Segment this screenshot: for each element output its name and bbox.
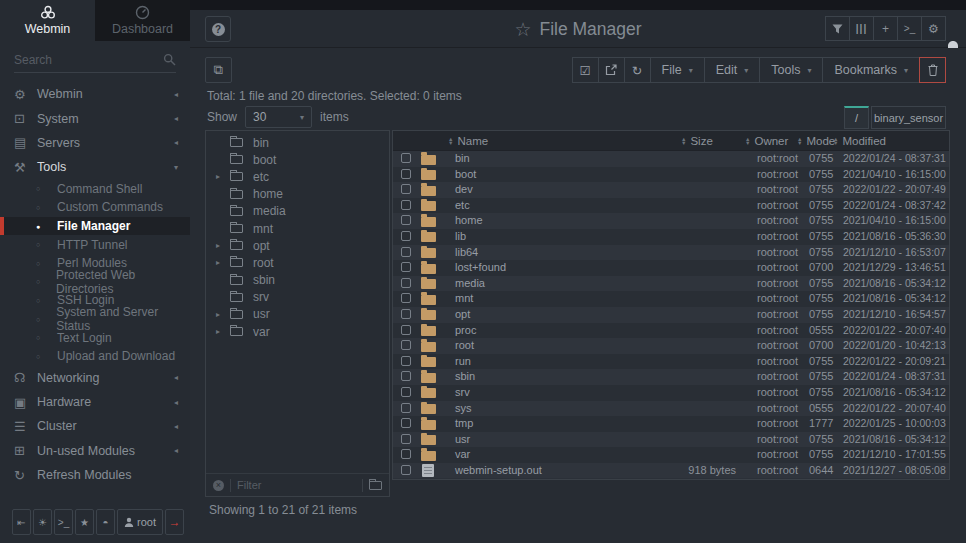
theme-button[interactable]: ☀ [33, 509, 52, 535]
row-checkbox[interactable] [401, 356, 411, 366]
table-row-srv[interactable]: srvroot:root07552021/08/16 - 05:34:12 [393, 385, 949, 401]
sidebar-item-upload-and-download[interactable]: ○Upload and Download [0, 347, 190, 366]
language-button[interactable]: ◓ [96, 509, 115, 535]
cell-name[interactable]: etc [455, 198, 470, 214]
table-row-sbin[interactable]: sbinroot:root07552022/01/24 - 08:37:31 [393, 369, 949, 385]
table-row-home[interactable]: homeroot:root07552021/04/10 - 16:15:00 [393, 213, 949, 229]
cell-name[interactable]: mnt [455, 291, 473, 307]
cell-name[interactable]: sbin [455, 369, 475, 385]
edit-menu-button[interactable]: Edit ▾ [704, 57, 761, 83]
select-all-button[interactable]: ☑ [572, 57, 599, 83]
row-checkbox[interactable] [401, 403, 411, 413]
table-row-lost-found[interactable]: lost+foundroot:root07002021/12/29 - 13:4… [393, 260, 949, 276]
tree-item-bin[interactable]: bin [206, 134, 389, 151]
row-checkbox[interactable] [401, 262, 411, 272]
row-checkbox[interactable] [401, 449, 411, 459]
cell-name[interactable]: run [455, 354, 471, 370]
row-checkbox[interactable] [401, 325, 411, 335]
tab-dashboard[interactable]: Dashboard [95, 0, 190, 41]
tree-filter-input[interactable] [237, 479, 356, 491]
add-button[interactable]: + [873, 16, 898, 41]
tree-item-root[interactable]: ▸root [206, 254, 389, 271]
row-checkbox[interactable] [401, 231, 411, 241]
cell-name[interactable]: home [455, 213, 483, 229]
table-row-var[interactable]: varroot:root07552021/12/10 - 17:01:55 [393, 447, 949, 463]
cell-name[interactable]: root [455, 338, 474, 354]
sidebar-category-cluster[interactable]: ☰Cluster◂ [0, 414, 190, 438]
clear-filter-icon[interactable]: × [213, 480, 224, 491]
row-checkbox[interactable] [401, 200, 411, 210]
cell-name[interactable]: bin [455, 151, 470, 167]
tree-item-etc[interactable]: ▸etc [206, 168, 389, 185]
tree-item-sbin[interactable]: sbin [206, 272, 389, 289]
tree-item-home[interactable]: home [206, 186, 389, 203]
sidebar-category-networking[interactable]: ☊Networking◂ [0, 366, 190, 390]
logout-button[interactable]: → [165, 509, 184, 535]
sidebar-item-http-tunnel[interactable]: ○HTTP Tunnel [0, 235, 190, 254]
tab-webmin[interactable]: Webmin [0, 0, 95, 41]
tree-item-usr[interactable]: ▸usr [206, 306, 389, 323]
row-checkbox[interactable] [401, 418, 411, 428]
table-row-opt[interactable]: optroot:root07552021/12/10 - 16:54:57 [393, 307, 949, 323]
cell-name[interactable]: opt [455, 307, 470, 323]
collapse-sidebar-button[interactable]: ⇤ [12, 509, 31, 535]
cell-name[interactable]: usr [455, 432, 470, 448]
tree-item-boot[interactable]: boot [206, 151, 389, 168]
cell-name[interactable]: lost+found [455, 260, 506, 276]
row-checkbox[interactable] [401, 387, 411, 397]
cell-name[interactable]: tmp [455, 416, 473, 432]
row-checkbox[interactable] [401, 278, 411, 288]
refresh-button[interactable]: ↻ [624, 57, 651, 83]
column-header-modified[interactable]: ▲▼Modified [833, 131, 886, 151]
table-row-run[interactable]: runroot:root07552022/01/22 - 20:09:21 [393, 354, 949, 370]
cell-name[interactable]: dev [455, 182, 473, 198]
sidebar-item-command-shell[interactable]: ○Command Shell [0, 180, 190, 199]
sidebar-item-system-and-server-status[interactable]: ○System and Server Status [0, 310, 190, 329]
sidebar-category-system[interactable]: ⊡System◂ [0, 106, 190, 130]
sidebar-item-protected-web-directories[interactable]: ○Protected Web Directories [0, 273, 190, 292]
row-checkbox[interactable] [401, 309, 411, 319]
cell-name[interactable]: boot [455, 167, 476, 183]
favorite-star-icon[interactable]: ☆ [514, 20, 531, 39]
table-row-media[interactable]: mediaroot:root07552021/08/16 - 05:34:12 [393, 276, 949, 292]
user-button[interactable]: root [117, 509, 163, 535]
row-checkbox[interactable] [401, 371, 411, 381]
favorites-button[interactable]: ★ [75, 509, 94, 535]
sidebar-category-un-used-modules[interactable]: ⊞Un-used Modules◂ [0, 439, 190, 463]
row-checkbox[interactable] [401, 169, 411, 179]
table-row-dev[interactable]: devroot:root07552022/01/22 - 20:07:49 [393, 182, 949, 198]
table-row-lib[interactable]: libroot:root07552021/08/16 - 05:36:30 [393, 229, 949, 245]
table-row-proc[interactable]: procroot:root05552022/01/22 - 20:07:40 [393, 323, 949, 339]
sidebar-category-refresh-modules[interactable]: ↻Refresh Modules [0, 463, 190, 487]
row-checkbox[interactable] [401, 293, 411, 303]
table-row-root[interactable]: rootroot:root07002022/01/20 - 10:42:13 [393, 338, 949, 354]
cell-name[interactable]: srv [455, 385, 470, 401]
sidebar-category-tools[interactable]: ⚒Tools▾ [0, 155, 190, 179]
table-row-sys[interactable]: sysroot:root05552022/01/22 - 20:07:40 [393, 401, 949, 417]
column-header-mode[interactable]: ▲▼Mode [797, 131, 835, 151]
table-row-bin[interactable]: binroot:root07552022/01/24 - 08:37:31 [393, 151, 949, 167]
table-row-boot[interactable]: bootroot:root07552021/04/10 - 16:15:00 [393, 167, 949, 183]
table-row-lib64[interactable]: lib64root:root07552021/12/10 - 16:53:07 [393, 245, 949, 261]
row-checkbox[interactable] [401, 215, 411, 225]
tree-item-opt[interactable]: ▸opt [206, 237, 389, 254]
cell-name[interactable]: var [455, 447, 470, 463]
sidebar-category-servers[interactable]: ▤Servers◂ [0, 131, 190, 155]
filter-button[interactable] [825, 16, 850, 41]
row-checkbox[interactable] [401, 465, 411, 475]
tree-item-media[interactable]: media [206, 203, 389, 220]
tree-item-mnt[interactable]: mnt [206, 220, 389, 237]
table-row-mnt[interactable]: mntroot:root07552021/08/16 - 05:34:12 [393, 291, 949, 307]
settings-button[interactable]: ⚙ [921, 16, 946, 41]
row-checkbox[interactable] [401, 434, 411, 444]
table-row-usr[interactable]: usrroot:root07552021/08/16 - 05:34:12 [393, 432, 949, 448]
sidebar-item-file-manager[interactable]: ●File Manager [0, 217, 190, 236]
shell-button[interactable]: >_ [54, 509, 73, 535]
sidebar-category-hardware[interactable]: ▣Hardware◂ [0, 390, 190, 414]
cell-name[interactable]: webmin-setup.out [455, 463, 542, 479]
tree-item-var[interactable]: ▸var [206, 323, 389, 340]
table-row-etc[interactable]: etcroot:root07552022/01/24 - 08:37:42 [393, 198, 949, 214]
file-menu-button[interactable]: File ▾ [650, 57, 705, 83]
column-header-owner[interactable]: ▲▼Owner [745, 131, 788, 151]
terminal-button[interactable]: >_ [897, 16, 922, 41]
